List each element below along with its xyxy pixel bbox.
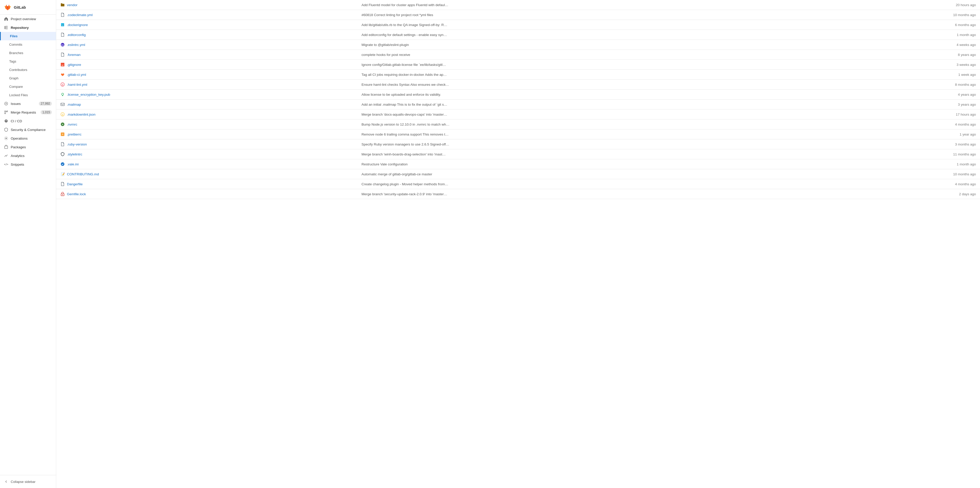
security-compliance-label: Security & Compliance bbox=[11, 128, 46, 132]
file-type-icon bbox=[60, 3, 65, 7]
file-link[interactable]: .eslintrc.yml bbox=[67, 43, 85, 47]
file-name-cell: .gitlab-ci.yml bbox=[56, 70, 357, 80]
file-type-icon: 🐳 bbox=[60, 22, 65, 27]
commit-message-cell: Merge branch 'winh-boards-drag-selection… bbox=[357, 149, 819, 159]
file-type-icon bbox=[60, 102, 65, 107]
file-table: vendor Add Fluentd model for cluster app… bbox=[56, 0, 980, 199]
table-row: ✦ .prettierrc Remove node 6 trailing com… bbox=[56, 129, 980, 139]
svg-text:🐳: 🐳 bbox=[61, 24, 64, 26]
file-link[interactable]: .haml-lint.yml bbox=[67, 83, 88, 87]
sidebar-subitem-commits[interactable]: Commits bbox=[0, 40, 56, 49]
commit-message-cell: Bump Node.js version to 12.10.0 in .nvmr… bbox=[357, 119, 819, 129]
project-overview-label: Project overview bbox=[11, 17, 36, 21]
commit-message-cell: Add lib/gitlab/utils.rb to the QA image … bbox=[357, 20, 819, 30]
table-row: .editorconfig Add editorconfig for defau… bbox=[56, 30, 980, 40]
file-type-icon: N bbox=[60, 122, 65, 127]
file-link[interactable]: .vale.ini bbox=[67, 162, 79, 166]
file-type-icon: ES bbox=[60, 42, 65, 47]
file-type-icon bbox=[60, 142, 65, 146]
sidebar-item-analytics[interactable]: Analytics bbox=[0, 151, 56, 160]
sidebar-item-operations[interactable]: Operations bbox=[0, 134, 56, 143]
file-name-cell: ES .eslintrc.yml bbox=[56, 40, 357, 50]
sidebar-item-packages[interactable]: Packages bbox=[0, 143, 56, 151]
commit-message-cell: Merge branch 'docs-aqualls-devops-caps' … bbox=[357, 109, 819, 119]
svg-point-30 bbox=[62, 195, 63, 195]
svg-point-7 bbox=[5, 113, 6, 114]
gitlab-logo-icon bbox=[4, 3, 11, 11]
commit-message-cell: Ignore config/Gitlab.gitlab-license file… bbox=[357, 60, 819, 70]
time-ago-cell: 20 hours ago bbox=[819, 0, 980, 10]
locked-files-label: Locked Files bbox=[9, 93, 28, 97]
sidebar-subitem-branches[interactable]: Branches bbox=[0, 49, 56, 57]
table-row: git .gitignore Ignore config/Gitlab.gitl… bbox=[56, 60, 980, 70]
file-link[interactable]: .license_encryption_key.pub bbox=[67, 93, 110, 97]
commit-message-cell: #60818 Correct linting for project root … bbox=[357, 10, 819, 20]
table-row: N .nvmrc Bump Node.js version to 12.10.0… bbox=[56, 119, 980, 129]
file-link[interactable]: .prettierrc bbox=[67, 133, 81, 136]
file-link[interactable]: Gemfile.lock bbox=[67, 192, 86, 196]
table-row: .vale.ini Restructure Vale configuration… bbox=[56, 159, 980, 169]
file-link[interactable]: .mailmap bbox=[67, 103, 81, 106]
svg-rect-10 bbox=[5, 146, 8, 149]
svg-point-6 bbox=[5, 111, 6, 112]
file-name-cell: 📝 CONTRIBUTING.md bbox=[56, 169, 357, 179]
file-link[interactable]: .markdownlint.json bbox=[67, 112, 95, 116]
sidebar-item-merge-requests[interactable]: Merge Requests 1,015 bbox=[0, 108, 56, 117]
operations-icon bbox=[4, 136, 8, 140]
sidebar-item-security-compliance[interactable]: Security & Compliance bbox=[0, 125, 56, 134]
sidebar-item-issues[interactable]: Issues 27,992 bbox=[0, 99, 56, 108]
commit-message-cell: Merge branch 'security-update-rack-2.0.9… bbox=[357, 189, 819, 199]
file-link[interactable]: .editorconfig bbox=[67, 33, 86, 37]
repository-icon bbox=[4, 25, 8, 30]
file-link[interactable]: .codeclimate.yml bbox=[67, 13, 93, 17]
file-link[interactable]: CONTRIBUTING.md bbox=[67, 172, 99, 176]
commit-message-cell: Remove node 6 trailing comma support Thi… bbox=[357, 129, 819, 139]
tags-label: Tags bbox=[9, 59, 16, 63]
time-ago-cell: 3 weeks ago bbox=[819, 60, 980, 70]
time-ago-cell: 1 month ago bbox=[819, 159, 980, 169]
time-ago-cell: 8 years ago bbox=[819, 50, 980, 60]
svg-point-19 bbox=[62, 93, 64, 95]
file-type-icon bbox=[60, 192, 65, 196]
table-row: 📝 CONTRIBUTING.md Automatic merge of git… bbox=[56, 169, 980, 179]
time-ago-cell: 8 months ago bbox=[819, 80, 980, 90]
file-name-cell: Gemfile.lock bbox=[56, 189, 357, 199]
sidebar-subitem-graph[interactable]: Graph bbox=[0, 74, 56, 82]
sidebar-logo: GitLab bbox=[0, 0, 56, 14]
file-link[interactable]: .nvmrc bbox=[67, 122, 77, 126]
file-link[interactable]: .foreman bbox=[67, 53, 81, 57]
file-link[interactable]: .dockerignore bbox=[67, 23, 88, 27]
file-link[interactable]: .ruby-version bbox=[67, 143, 87, 146]
table-row: .license_encryption_key.pub Allow licens… bbox=[56, 90, 980, 100]
file-type-icon: {} bbox=[60, 112, 65, 117]
table-row: {} .markdownlint.json Merge branch 'docs… bbox=[56, 109, 980, 119]
file-type-icon: git bbox=[60, 62, 65, 67]
operations-label: Operations bbox=[11, 136, 28, 140]
file-link[interactable]: .gitignore bbox=[67, 63, 81, 67]
file-link[interactable]: Dangerfile bbox=[67, 182, 83, 186]
sidebar-subitem-files[interactable]: Files bbox=[0, 32, 56, 40]
file-link[interactable]: .gitlab-ci.yml bbox=[67, 73, 86, 76]
time-ago-cell: 4 months ago bbox=[819, 179, 980, 189]
sidebar-subitem-locked-files[interactable]: Locked Files bbox=[0, 91, 56, 99]
svg-text:N: N bbox=[62, 124, 63, 125]
collapse-sidebar-button[interactable]: Collapse sidebar bbox=[0, 477, 56, 486]
sidebar-subitem-contributors[interactable]: Contributors bbox=[0, 66, 56, 74]
ci-cd-icon bbox=[4, 119, 8, 123]
time-ago-cell: 10 months ago bbox=[819, 169, 980, 179]
sidebar-item-snippets[interactable]: Snippets bbox=[0, 160, 56, 169]
sidebar-item-ci-cd[interactable]: CI / CD bbox=[0, 117, 56, 125]
sidebar-item-project-overview[interactable]: Project overview bbox=[0, 14, 56, 23]
sidebar-item-repository[interactable]: Repository bbox=[0, 23, 56, 32]
snippets-label: Snippets bbox=[11, 163, 24, 166]
table-row: 🐳 .dockerignore Add lib/gitlab/utils.rb … bbox=[56, 20, 980, 30]
file-type-icon: 📝 bbox=[60, 172, 65, 176]
sidebar-subitem-compare[interactable]: Compare bbox=[0, 82, 56, 91]
file-link[interactable]: vendor bbox=[67, 3, 77, 7]
file-type-icon bbox=[60, 152, 65, 157]
file-type-icon bbox=[60, 72, 65, 77]
commit-message-cell: Create changelog plugin - Moved helper m… bbox=[357, 179, 819, 189]
file-name-cell: Dangerfile bbox=[56, 179, 357, 189]
file-link[interactable]: .stylelintrc bbox=[67, 152, 82, 156]
sidebar-subitem-tags[interactable]: Tags bbox=[0, 57, 56, 66]
